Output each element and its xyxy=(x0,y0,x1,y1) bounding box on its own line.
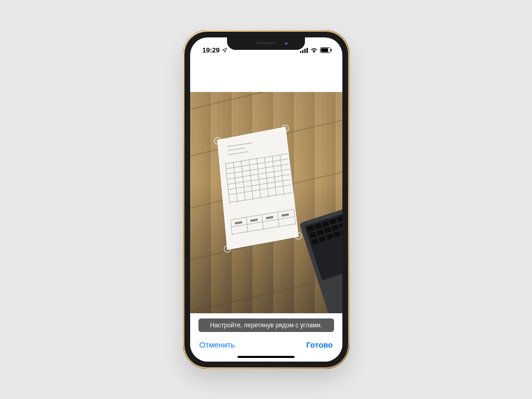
battery-icon xyxy=(320,47,332,53)
nav-header xyxy=(190,57,342,92)
svg-rect-6 xyxy=(330,49,331,52)
crop-handle-top-left[interactable] xyxy=(214,137,221,144)
footer: Настройте, перетянув рядом с углами. Отм… xyxy=(190,313,342,362)
svg-rect-0 xyxy=(300,51,301,53)
svg-rect-3 xyxy=(307,48,308,53)
svg-rect-5 xyxy=(321,48,328,52)
svg-rect-1 xyxy=(302,50,303,53)
scanned-document xyxy=(218,127,298,249)
scan-viewport[interactable] xyxy=(190,92,342,313)
status-right xyxy=(300,47,333,53)
camera-preview xyxy=(190,92,342,313)
svg-rect-2 xyxy=(304,49,305,53)
location-arrow-icon xyxy=(222,47,228,53)
svg-marker-30 xyxy=(218,127,298,249)
phone-frame: 19:29 xyxy=(183,30,350,369)
crop-handle-bottom-right[interactable] xyxy=(295,232,302,240)
done-button[interactable]: Готово xyxy=(304,339,335,350)
crop-handle-top-right[interactable] xyxy=(282,125,289,132)
wifi-icon xyxy=(310,47,318,53)
home-indicator[interactable] xyxy=(237,356,295,358)
status-time: 19:29 xyxy=(203,46,220,54)
crop-hint: Настройте, перетянув рядом с углами. xyxy=(198,318,334,332)
phone-screen: 19:29 xyxy=(190,37,342,362)
action-row: Отменить Готово xyxy=(197,339,335,350)
status-left: 19:29 xyxy=(200,46,228,54)
notch xyxy=(227,37,305,50)
cancel-button[interactable]: Отменить xyxy=(197,339,237,350)
crop-handle-bottom-left[interactable] xyxy=(224,245,231,252)
